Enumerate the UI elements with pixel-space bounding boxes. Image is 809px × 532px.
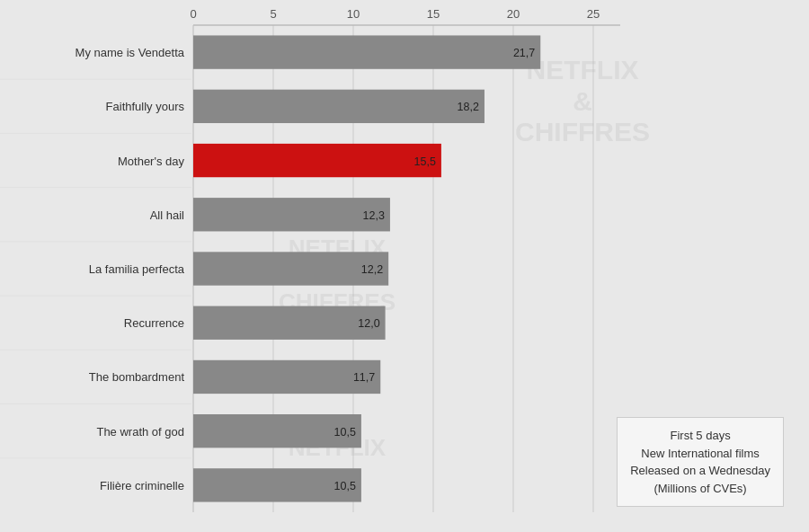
svg-text:12,0: 12,0 [358, 317, 379, 330]
svg-text:25: 25 [587, 7, 600, 21]
legend-line2: New International films [641, 447, 760, 460]
svg-text:CHIFFRES: CHIFFRES [515, 117, 650, 146]
svg-text:Filière criminelle: Filière criminelle [100, 479, 184, 492]
svg-text:&: & [573, 86, 592, 116]
svg-text:10,5: 10,5 [334, 426, 356, 439]
svg-text:15: 15 [427, 7, 440, 21]
svg-text:All hail: All hail [150, 208, 184, 222]
svg-text:0: 0 [190, 7, 196, 21]
svg-text:La familia perfecta: La familia perfecta [89, 262, 185, 276]
legend-line3: Released on a Wednesday [630, 464, 770, 477]
svg-text:The wrath of god: The wrath of god [96, 425, 184, 439]
svg-text:10: 10 [347, 7, 360, 21]
svg-text:NETFLIX: NETFLIX [527, 55, 639, 84]
svg-text:11,7: 11,7 [353, 371, 375, 384]
legend-line4: (Millions of CVEs) [653, 482, 746, 495]
legend-box: First 5 days New International films Rel… [617, 417, 784, 507]
svg-rect-33 [193, 252, 388, 285]
svg-rect-24 [193, 90, 485, 123]
legend-line1: First 5 days [670, 429, 730, 442]
svg-text:The bombardment: The bombardment [89, 370, 185, 384]
svg-text:12,2: 12,2 [361, 263, 383, 276]
svg-text:5: 5 [270, 7, 276, 21]
svg-rect-36 [193, 306, 386, 340]
svg-text:Faithfully yours: Faithfully yours [106, 100, 185, 113]
svg-text:Mother's day: Mother's day [118, 155, 185, 168]
svg-text:20: 20 [507, 7, 520, 21]
svg-rect-27 [193, 144, 441, 177]
svg-text:18,2: 18,2 [458, 101, 479, 113]
svg-text:Recurrence: Recurrence [124, 316, 184, 330]
svg-text:My name is Vendetta: My name is Vendetta [76, 46, 185, 59]
svg-rect-21 [193, 35, 540, 68]
svg-text:15,5: 15,5 [414, 155, 436, 168]
svg-text:12,3: 12,3 [363, 209, 385, 222]
svg-text:21,7: 21,7 [513, 47, 535, 59]
svg-rect-30 [193, 198, 390, 231]
svg-text:10,5: 10,5 [334, 480, 356, 492]
